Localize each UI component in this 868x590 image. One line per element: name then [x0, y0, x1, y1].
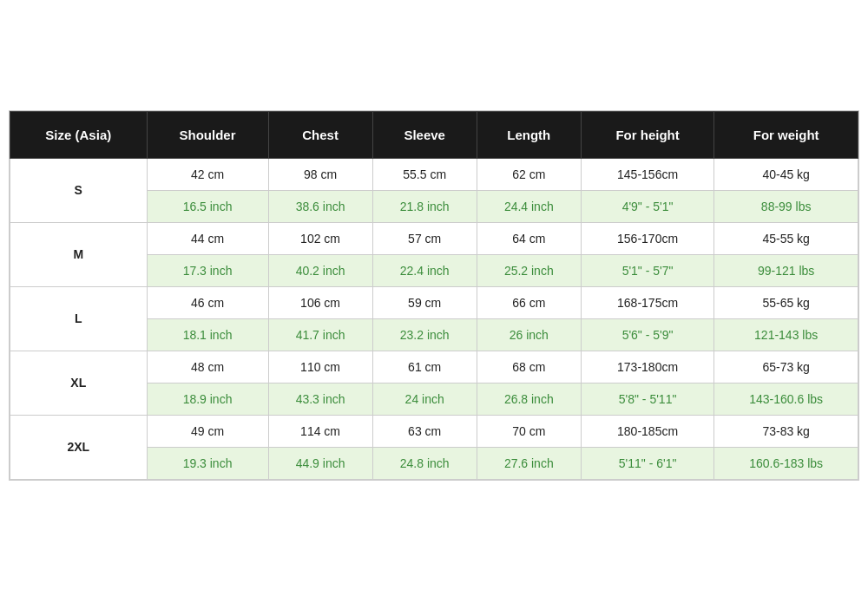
header-cell-size-asia: Size (Asia)	[10, 111, 148, 158]
cm-value-3-3: 68 cm	[477, 351, 581, 383]
inch-value-2-3: 26 inch	[477, 318, 581, 351]
cm-value-4-4: 180-185cm	[581, 415, 713, 447]
cm-value-3-0: 48 cm	[147, 351, 268, 383]
inch-value-2-2: 23.2 inch	[372, 318, 477, 351]
cm-value-0-5: 40-45 kg	[714, 158, 858, 190]
cm-value-0-2: 55.5 cm	[372, 158, 477, 190]
inch-value-4-4: 5'11" - 6'1"	[581, 447, 713, 479]
cm-value-1-4: 156-170cm	[581, 222, 713, 254]
inch-value-4-1: 44.9 inch	[268, 447, 372, 479]
cm-value-1-3: 64 cm	[477, 222, 581, 254]
cm-value-1-5: 45-55 kg	[714, 222, 858, 254]
inch-value-1-4: 5'1" - 5'7"	[581, 254, 713, 286]
cm-value-2-2: 59 cm	[372, 286, 477, 318]
inch-value-3-5: 143-160.6 lbs	[714, 383, 858, 415]
inch-value-0-5: 88-99 lbs	[714, 190, 858, 222]
inch-value-3-1: 43.3 inch	[268, 383, 372, 415]
size-label-2xl: 2XL	[10, 415, 148, 479]
inch-value-4-0: 19.3 inch	[147, 447, 268, 479]
size-row-cm-l: L46 cm106 cm59 cm66 cm168-175cm55-65 kg	[10, 286, 858, 318]
inch-value-3-2: 24 inch	[372, 383, 477, 415]
size-label-s: S	[10, 158, 148, 222]
cm-value-3-5: 65-73 kg	[714, 351, 858, 383]
inch-value-0-0: 16.5 inch	[147, 190, 268, 222]
cm-value-4-5: 73-83 kg	[714, 415, 858, 447]
size-row-cm-s: S42 cm98 cm55.5 cm62 cm145-156cm40-45 kg	[10, 158, 858, 190]
inch-value-4-2: 24.8 inch	[372, 447, 477, 479]
cm-value-4-2: 63 cm	[372, 415, 477, 447]
inch-value-2-4: 5'6" - 5'9"	[581, 318, 713, 351]
cm-value-0-0: 42 cm	[147, 158, 268, 190]
cm-value-1-1: 102 cm	[268, 222, 372, 254]
inch-value-1-0: 17.3 inch	[147, 254, 268, 286]
header-row: Size (Asia)ShoulderChestSleeveLengthFor …	[10, 111, 858, 158]
inch-value-0-2: 21.8 inch	[372, 190, 477, 222]
header-cell-shoulder: Shoulder	[147, 111, 268, 158]
size-row-cm-m: M44 cm102 cm57 cm64 cm156-170cm45-55 kg	[10, 222, 858, 254]
cm-value-4-0: 49 cm	[147, 415, 268, 447]
inch-value-2-5: 121-143 lbs	[714, 318, 858, 351]
cm-value-3-4: 173-180cm	[581, 351, 713, 383]
cm-value-0-4: 145-156cm	[581, 158, 713, 190]
inch-value-1-1: 40.2 inch	[268, 254, 372, 286]
header-cell-sleeve: Sleeve	[372, 111, 477, 158]
cm-value-2-3: 66 cm	[477, 286, 581, 318]
cm-value-2-0: 46 cm	[147, 286, 268, 318]
header-cell-for-weight: For weight	[714, 111, 858, 158]
size-label-l: L	[10, 286, 148, 351]
size-chart-table: Size (Asia)ShoulderChestSleeveLengthFor …	[10, 111, 858, 480]
header-cell-for-height: For height	[581, 111, 713, 158]
header-cell-length: Length	[477, 111, 581, 158]
header-cell-chest: Chest	[268, 111, 372, 158]
size-row-cm-2xl: 2XL49 cm114 cm63 cm70 cm180-185cm73-83 k…	[10, 415, 858, 447]
cm-value-0-1: 98 cm	[268, 158, 372, 190]
inch-value-3-4: 5'8" - 5'11"	[581, 383, 713, 415]
inch-value-0-3: 24.4 inch	[477, 190, 581, 222]
inch-value-1-3: 25.2 inch	[477, 254, 581, 286]
cm-value-2-4: 168-175cm	[581, 286, 713, 318]
cm-value-2-1: 106 cm	[268, 286, 372, 318]
cm-value-1-0: 44 cm	[147, 222, 268, 254]
inch-value-2-1: 41.7 inch	[268, 318, 372, 351]
inch-value-3-3: 26.8 inch	[477, 383, 581, 415]
size-label-m: M	[10, 222, 148, 286]
inch-value-4-5: 160.6-183 lbs	[714, 447, 858, 479]
cm-value-3-1: 110 cm	[268, 351, 372, 383]
cm-value-3-2: 61 cm	[372, 351, 477, 383]
inch-value-4-3: 27.6 inch	[477, 447, 581, 479]
cm-value-1-2: 57 cm	[372, 222, 477, 254]
inch-value-0-1: 38.6 inch	[268, 190, 372, 222]
inch-value-1-2: 22.4 inch	[372, 254, 477, 286]
inch-value-3-0: 18.9 inch	[147, 383, 268, 415]
inch-value-2-0: 18.1 inch	[147, 318, 268, 351]
inch-value-0-4: 4'9" - 5'1"	[581, 190, 713, 222]
cm-value-4-1: 114 cm	[268, 415, 372, 447]
inch-value-1-5: 99-121 lbs	[714, 254, 858, 286]
cm-value-2-5: 55-65 kg	[714, 286, 858, 318]
size-chart-wrapper: Size (Asia)ShoulderChestSleeveLengthFor …	[9, 110, 859, 481]
size-label-xl: XL	[10, 351, 148, 415]
cm-value-0-3: 62 cm	[477, 158, 581, 190]
size-row-cm-xl: XL48 cm110 cm61 cm68 cm173-180cm65-73 kg	[10, 351, 858, 383]
cm-value-4-3: 70 cm	[477, 415, 581, 447]
